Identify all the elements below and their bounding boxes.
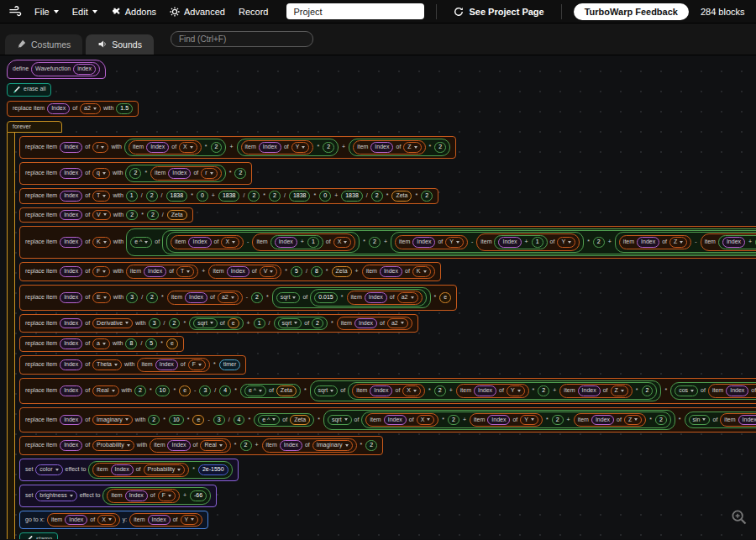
number-input[interactable]: 2 — [593, 237, 605, 248]
parameter-pill[interactable]: Index — [125, 490, 148, 501]
list-item-reporter[interactable]: itemIndexofX — [47, 513, 120, 527]
menu-file[interactable]: File — [34, 7, 59, 17]
list-item-reporter[interactable]: itemIndexofr — [150, 166, 222, 181]
variable-reporter[interactable]: Zeta — [167, 210, 187, 221]
number-input[interactable]: 2 — [434, 142, 446, 153]
menu-advanced[interactable]: Advanced — [170, 7, 225, 17]
operator-expression[interactable]: e ^ofZeta — [240, 384, 301, 398]
number-input[interactable]: 1838 — [166, 191, 188, 202]
dropdown-z[interactable]: Z — [611, 385, 628, 396]
operator-expression[interactable]: itemIndexofX*2+itemIndexofY*2+itemIndexo… — [348, 382, 657, 400]
replace-item-derivative[interactable]: replace itemIndexofDerivativewith3/2*sqr… — [19, 314, 418, 333]
replace-item-real[interactable]: replace itemIndexofRealwith2*10*e-3/4*e … — [19, 378, 756, 404]
number-input[interactable]: 10 — [169, 415, 184, 426]
menu-addons[interactable]: Addons — [111, 7, 156, 17]
dropdown-x[interactable]: X — [417, 415, 435, 426]
parameter-pill[interactable]: Index — [60, 415, 82, 426]
list-item-reporter[interactable]: itemIndexofa2 — [167, 291, 243, 305]
variable-reporter[interactable]: e — [166, 338, 178, 349]
turbowarp-logo-icon[interactable] — [8, 5, 23, 18]
zoom-in-icon[interactable] — [731, 509, 748, 529]
dropdown-z[interactable]: Z — [624, 415, 642, 426]
dropdown-f[interactable]: F — [188, 359, 206, 370]
list-item-reporter[interactable]: itemIndexofImaginary — [262, 438, 357, 453]
parameter-pill[interactable]: Index — [474, 385, 496, 396]
parameter-pill[interactable]: Index — [144, 266, 166, 277]
parameter-pill[interactable]: Index — [47, 103, 70, 114]
dropdown-f[interactable]: F — [158, 490, 176, 501]
list-item-reporter[interactable]: itemIndexofF — [137, 358, 209, 372]
operator-expression[interactable]: sinofitemIndexofTheta — [685, 412, 756, 429]
number-input[interactable]: 4 — [234, 415, 245, 426]
dropdown-e[interactable]: e ^ — [130, 237, 152, 248]
operator-expression[interactable]: Index+1 — [718, 235, 756, 249]
parameter-pill[interactable]: index — [73, 64, 96, 75]
dropdown-y[interactable]: Y — [520, 415, 538, 426]
custom-block-call[interactable]: Wavefunctionindex — [31, 62, 100, 76]
workspace[interactable]: defineWavefunctionindexerase allreplace … — [0, 55, 756, 539]
dropdown-k[interactable]: K — [92, 237, 111, 248]
dropdown-sqrt[interactable]: sqrt — [276, 292, 301, 303]
number-input[interactable]: 1 — [307, 237, 319, 248]
dropdown-y[interactable]: Y — [445, 237, 464, 248]
variable-reporter[interactable]: Zeta — [276, 385, 297, 396]
operator-expression[interactable]: itemIndexofZ*2 — [349, 139, 450, 156]
list-item-reporter[interactable]: itemIndexofa2 — [347, 291, 423, 305]
operator-expression[interactable]: itemIndexofY-itemIndex+1ofY — [391, 232, 584, 253]
dropdown-color[interactable]: color — [35, 464, 62, 475]
number-input[interactable]: 2 — [642, 385, 654, 396]
variable-reporter[interactable]: e — [439, 292, 451, 303]
forever-block[interactable]: foreverreplace itemIndexofrwithitemIndex… — [7, 121, 756, 540]
dropdown-real[interactable]: Real — [92, 385, 118, 396]
parameter-pill[interactable]: Index — [185, 292, 207, 303]
number-input[interactable]: 3 — [149, 318, 160, 329]
parameter-pill[interactable]: Index — [578, 385, 601, 396]
dropdown-a2[interactable]: a2 — [387, 318, 408, 329]
project-name-input[interactable] — [286, 3, 424, 19]
parameter-pill[interactable]: Index — [148, 515, 171, 526]
parameter-pill[interactable]: Index — [65, 515, 87, 526]
list-item-reporter[interactable]: itemIndex+1ofY — [476, 233, 580, 251]
parameter-pill[interactable]: Index — [60, 292, 82, 303]
variable-reporter[interactable]: e — [179, 385, 191, 396]
replace-item-probability[interactable]: replace itemIndexofProbabilitywithitemIn… — [19, 436, 383, 455]
operator-expression[interactable]: Index+1 — [270, 235, 323, 249]
parameter-pill[interactable]: Index — [380, 266, 402, 277]
list-item-reporter[interactable]: itemIndexofX — [365, 413, 438, 427]
number-input[interactable]: 5 — [145, 338, 157, 349]
dropdown-real[interactable]: Real — [200, 440, 226, 451]
variable-reporter[interactable]: Zeta — [290, 415, 310, 426]
dropdown-f[interactable]: F — [92, 266, 110, 277]
parameter-pill[interactable]: Index — [60, 210, 82, 221]
number-input[interactable]: 5 — [291, 266, 302, 277]
dropdown-t[interactable]: T — [92, 191, 110, 202]
number-input[interactable]: 4 — [219, 385, 231, 396]
replace-item-V[interactable]: replace itemIndexofVwith2*2/Zeta — [19, 207, 193, 223]
dropdown-cos[interactable]: cos — [675, 385, 698, 396]
list-item-reporter[interactable]: itemIndexofK — [362, 265, 435, 279]
operator-expression[interactable]: e ^ofitemIndexofX-itemIndex+1ofX*2+itemI… — [126, 228, 756, 256]
define-wavefunction-hat[interactable]: defineWavefunctionindex — [7, 60, 106, 79]
dropdown-theta[interactable]: Theta — [92, 359, 122, 370]
number-input[interactable]: 2 — [134, 385, 146, 396]
operator-expression[interactable]: 0.015*itemIndexofa2 — [310, 289, 426, 307]
dropdown-imaginary[interactable]: Imaginary — [92, 415, 133, 426]
number-input[interactable]: 2 — [371, 191, 383, 202]
replace-item-K[interactable]: replace itemIndexofKwithe ^ofitemIndexof… — [19, 226, 756, 259]
parameter-pill[interactable]: Index — [188, 237, 211, 248]
parameter-pill[interactable]: Index — [384, 415, 407, 426]
parameter-pill[interactable]: Index — [370, 142, 393, 153]
list-item-reporter[interactable]: itemIndexofY — [395, 235, 468, 249]
parameter-pill[interactable]: Index — [259, 142, 281, 153]
operator-expression[interactable]: sqrtofe — [189, 317, 243, 331]
dropdown-sin[interactable]: sin — [689, 415, 711, 426]
dropdown-y[interactable]: Y — [507, 385, 525, 396]
dropdown-derivative[interactable]: Derivative — [92, 318, 133, 329]
list-item-reporter[interactable]: itemIndexofZ — [353, 140, 425, 155]
number-input[interactable]: 1.5 — [116, 103, 133, 114]
variable-reporter[interactable]: e — [228, 318, 239, 329]
variable-reporter[interactable]: Zeta — [391, 191, 412, 202]
number-input[interactable]: 2 — [146, 292, 158, 303]
dropdown-probability[interactable]: Probability — [144, 464, 186, 475]
parameter-pill[interactable]: Index — [60, 191, 82, 202]
